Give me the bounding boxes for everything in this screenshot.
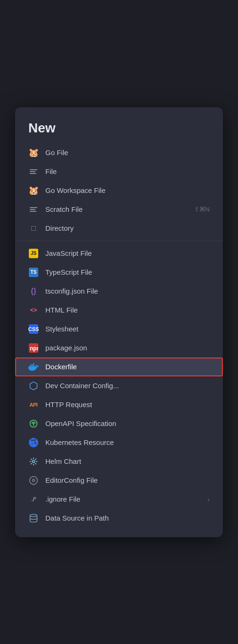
menu-item-tsconfig[interactable]: {} tsconfig.json File [15, 282, 223, 301]
dockerfile-label: Dockerfile [45, 363, 210, 371]
menu-item-http-request[interactable]: API HTTP Request [15, 395, 223, 414]
helm-icon [28, 456, 39, 467]
ignore-arrow: › [207, 496, 210, 503]
html-label: HTML File [45, 306, 210, 314]
menu-title: New [15, 121, 223, 143]
go-file-icon: 🐹 [28, 148, 39, 158]
svg-point-6 [33, 479, 35, 481]
menu-item-file[interactable]: File [15, 162, 223, 181]
menu-item-ignore[interactable]: .i* .ignore File › [15, 490, 223, 509]
menu-panel: New 🐹 Go File File 🐹 Go Workspace File [15, 107, 223, 537]
file-label: File [45, 167, 210, 175]
menu-item-openapi[interactable]: OpenAPI Specification [15, 414, 223, 433]
npm-icon: npm [28, 343, 39, 353]
menu-container: New 🐹 Go File File 🐹 Go Workspace File [0, 0, 238, 644]
svg-point-7 [30, 514, 37, 516]
http-request-label: HTTP Request [45, 400, 210, 409]
menu-item-html[interactable]: <> HTML File [15, 301, 223, 320]
menu-item-go-workspace[interactable]: 🐹 Go Workspace File [15, 181, 223, 200]
go-workspace-icon: 🐹 [28, 185, 39, 196]
file-icon [28, 166, 39, 177]
package-json-label: package.json [45, 344, 210, 352]
svg-point-3 [33, 423, 34, 424]
ts-icon: TS [28, 267, 39, 278]
editorconfig-label: EditorConfig File [45, 476, 210, 484]
menu-item-go-file[interactable]: 🐹 Go File [15, 143, 223, 162]
stylesheet-label: Stylesheet [45, 325, 210, 333]
scratch-file-shortcut: ⇧⌘N [194, 206, 210, 213]
menu-item-stylesheet[interactable]: CSS Stylesheet [15, 320, 223, 339]
css-icon: CSS [28, 324, 39, 334]
dev-container-icon [28, 381, 39, 391]
scratch-file-icon [28, 204, 39, 215]
go-file-label: Go File [45, 148, 210, 157]
menu-item-javascript[interactable]: JS JavaScript File [15, 244, 223, 263]
editorconfig-icon [28, 475, 39, 486]
menu-item-directory[interactable]: □ Directory [15, 219, 223, 238]
scratch-file-label: Scratch File [45, 205, 187, 213]
menu-item-typescript[interactable]: TS TypeScript File [15, 263, 223, 282]
directory-label: Directory [45, 224, 210, 232]
datasource-label: Data Source in Path [45, 514, 210, 522]
menu-item-kubernetes[interactable]: Kubernetes Resource [15, 433, 223, 452]
openapi-icon [28, 418, 39, 429]
menu-item-editorconfig[interactable]: EditorConfig File [15, 471, 223, 490]
helm-label: Helm Chart [45, 457, 210, 465]
typescript-label: TypeScript File [45, 268, 210, 276]
dev-container-label: Dev Container Config... [45, 382, 210, 390]
kubernetes-icon [28, 437, 39, 448]
menu-item-package-json[interactable]: npm package.json [15, 339, 223, 357]
tsconfig-label: tsconfig.json File [45, 287, 210, 295]
directory-icon: □ [28, 223, 39, 234]
menu-item-datasource[interactable]: Data Source in Path [15, 509, 223, 528]
go-workspace-label: Go Workspace File [45, 186, 210, 194]
ignore-icon: .i* [28, 494, 39, 505]
docker-icon [28, 362, 39, 372]
js-icon: JS [28, 248, 39, 259]
menu-item-dockerfile[interactable]: Dockerfile [15, 357, 223, 376]
html-icon: <> [28, 305, 39, 315]
kubernetes-label: Kubernetes Resource [45, 438, 210, 446]
tsconfig-icon: {} [28, 286, 39, 296]
ignore-label: .ignore File [45, 495, 201, 503]
menu-item-scratch-file[interactable]: Scratch File ⇧⌘N [15, 200, 223, 219]
menu-item-dev-container[interactable]: Dev Container Config... [15, 376, 223, 395]
svg-text:npm: npm [30, 345, 38, 352]
svg-point-5 [33, 460, 35, 462]
menu-item-helm[interactable]: Helm Chart [15, 452, 223, 471]
javascript-label: JavaScript File [45, 249, 210, 257]
http-icon: API [28, 400, 39, 410]
openapi-label: OpenAPI Specification [45, 419, 210, 427]
datasource-icon [28, 513, 39, 523]
divider-1 [15, 241, 223, 241]
